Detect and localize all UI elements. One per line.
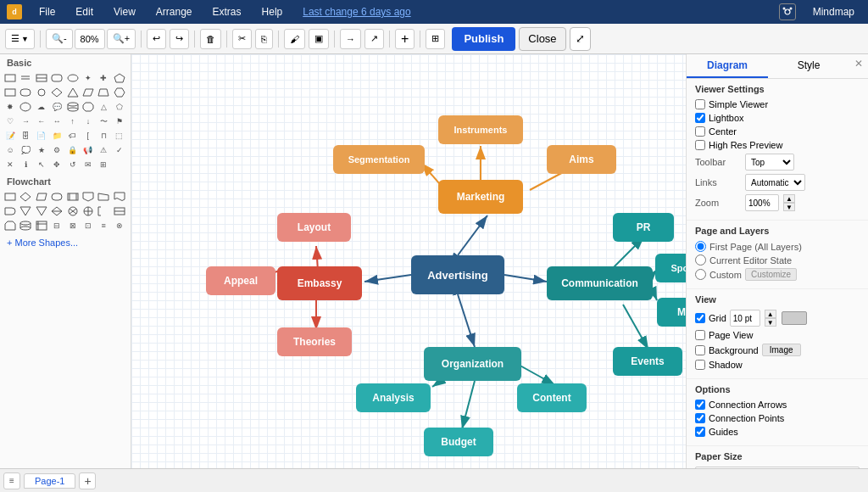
redo-btn[interactable]: ↪	[170, 29, 189, 49]
fc-decision[interactable]	[19, 190, 32, 204]
shape-arrow-right[interactable]: →	[19, 115, 32, 128]
guides-checkbox[interactable]	[695, 427, 705, 437]
panel-close-btn[interactable]: ✕	[849, 54, 868, 78]
copy-btn[interactable]: ⎘	[255, 29, 273, 49]
shape-up-arrow[interactable]: ↑	[66, 115, 80, 128]
page-menu-btn[interactable]: ≡	[3, 472, 20, 489]
fc-extract[interactable]	[19, 204, 32, 218]
shape-parallelogram[interactable]	[81, 86, 95, 99]
node-events[interactable]: Events	[613, 347, 682, 376]
fullscreen-button[interactable]: ⤢	[570, 27, 591, 51]
cut-btn[interactable]: ✂	[232, 29, 252, 49]
fc-loop[interactable]	[3, 219, 17, 232]
node-instruments[interactable]: Instruments	[438, 115, 523, 144]
node-layout[interactable]: Layout	[277, 213, 351, 242]
grid-up-btn[interactable]: ▲	[765, 310, 776, 318]
shape-trapezoid[interactable]	[97, 86, 110, 99]
shape-down-arrow[interactable]: ↓	[81, 115, 95, 128]
shape-cloud[interactable]: ☁	[35, 100, 48, 114]
shape-speech[interactable]: 💭	[19, 143, 32, 157]
shape-bracket[interactable]: [	[81, 129, 95, 143]
shape-refresh[interactable]: ↺	[66, 158, 80, 171]
zoom-value[interactable]: 80%	[75, 29, 105, 49]
shape-star5[interactable]: ★	[35, 143, 48, 157]
shape-ellipse[interactable]	[66, 71, 80, 85]
node-budget[interactable]: Budget	[424, 428, 493, 456]
links-select[interactable]: Automatic Blank Self	[745, 174, 805, 191]
menu-view[interactable]: View	[110, 4, 139, 20]
fc-database2[interactable]	[19, 219, 32, 232]
close-button[interactable]: Close	[519, 27, 565, 51]
node-marketing[interactable]: Marketing	[438, 180, 523, 214]
more-shapes-link[interactable]: + More Shapes...	[0, 234, 131, 251]
fc-data[interactable]	[35, 190, 48, 204]
shape-callout[interactable]: 💬	[50, 100, 64, 114]
first-page-radio[interactable]	[695, 241, 706, 252]
simple-viewer-checkbox[interactable]	[695, 99, 705, 109]
shape-block[interactable]: ⊞	[97, 158, 110, 171]
zoom-out-btn[interactable]: 🔍-	[46, 29, 73, 49]
shape-triangle[interactable]	[66, 86, 80, 99]
shape-note[interactable]: 📝	[3, 129, 17, 143]
fc-misc4[interactable]: ⊡	[81, 219, 95, 232]
waypoint-btn[interactable]: ↗	[364, 29, 384, 49]
shape-i[interactable]: ℹ	[19, 158, 32, 171]
shape-gear[interactable]: ⚙	[50, 143, 64, 157]
delete-btn[interactable]: 🗑	[200, 29, 221, 49]
shape-heart[interactable]: ♡	[3, 115, 17, 128]
shape-rect[interactable]	[3, 71, 17, 85]
shape-bidirectional[interactable]: ↔	[50, 115, 64, 128]
zoom-up-btn[interactable]: ▲	[783, 194, 795, 203]
shape-circle[interactable]	[35, 86, 48, 99]
customize-btn[interactable]: Customize	[745, 268, 797, 281]
fc-misc6[interactable]: ⊗	[113, 219, 126, 232]
lightbox-checkbox[interactable]	[695, 113, 705, 123]
menu-file[interactable]: File	[36, 4, 58, 20]
shape-diamond[interactable]	[50, 86, 64, 99]
fc-delay[interactable]	[3, 204, 17, 218]
shape-page[interactable]: 📄	[35, 129, 48, 143]
shape-wave[interactable]: 〜	[97, 115, 110, 128]
shape-starburst[interactable]: ✸	[3, 100, 17, 114]
shape-extra[interactable]: ⬚	[113, 129, 126, 143]
zoom-in-btn[interactable]: 🔍+	[107, 29, 136, 49]
highres-checkbox[interactable]	[695, 140, 705, 150]
shape-rounded-diamond[interactable]	[19, 100, 32, 114]
shape-cross[interactable]: ✚	[97, 71, 110, 85]
last-change-link[interactable]: Last change 6 days ago	[303, 6, 410, 18]
menu-edit[interactable]: Edit	[72, 4, 97, 20]
page-view-checkbox[interactable]	[695, 330, 705, 340]
page-tab[interactable]: Page-1	[24, 473, 75, 489]
shape-chat[interactable]: 📢	[81, 143, 95, 157]
grid-color-box[interactable]	[782, 311, 807, 325]
shape-smiley[interactable]: ☺	[3, 143, 17, 157]
shape-rect2[interactable]	[3, 86, 17, 99]
shadow-checkbox[interactable]	[695, 360, 705, 370]
zoom-down-btn[interactable]: ▼	[783, 203, 795, 211]
publish-button[interactable]: Publish	[452, 27, 515, 51]
fc-sort[interactable]	[50, 204, 64, 218]
arrow-btn[interactable]: →	[340, 29, 361, 49]
menu-help[interactable]: Help	[259, 4, 287, 20]
shape-cylinder-top[interactable]	[66, 100, 80, 114]
node-analysis[interactable]: Analysis	[356, 383, 431, 412]
node-advertising[interactable]: Advertising	[411, 255, 504, 294]
fill-btn[interactable]: ▣	[309, 29, 329, 49]
fc-annotation[interactable]	[97, 204, 110, 218]
node-content[interactable]: Content	[517, 383, 587, 412]
fc-document[interactable]	[113, 190, 126, 204]
connection-arrows-checkbox[interactable]	[695, 400, 705, 410]
current-editor-radio[interactable]	[695, 254, 706, 266]
fc-misc3[interactable]: ⊠	[66, 219, 80, 232]
node-segmentation[interactable]: Segmentation	[333, 145, 425, 174]
fc-merge[interactable]	[35, 204, 48, 218]
shape-pentagon[interactable]	[113, 71, 126, 85]
shape-x[interactable]: ✕	[3, 158, 17, 171]
table-btn[interactable]: ⊞	[426, 29, 445, 49]
shape-alert[interactable]: ⚠	[97, 143, 110, 157]
shape-rect-rounded-corner[interactable]	[35, 71, 48, 85]
format-btn[interactable]: 🖌	[284, 29, 305, 49]
node-sponsoring[interactable]: Sponsoring	[655, 254, 686, 282]
shape-arrow-left[interactable]: ←	[35, 115, 48, 128]
node-pr[interactable]: PR	[613, 213, 674, 242]
